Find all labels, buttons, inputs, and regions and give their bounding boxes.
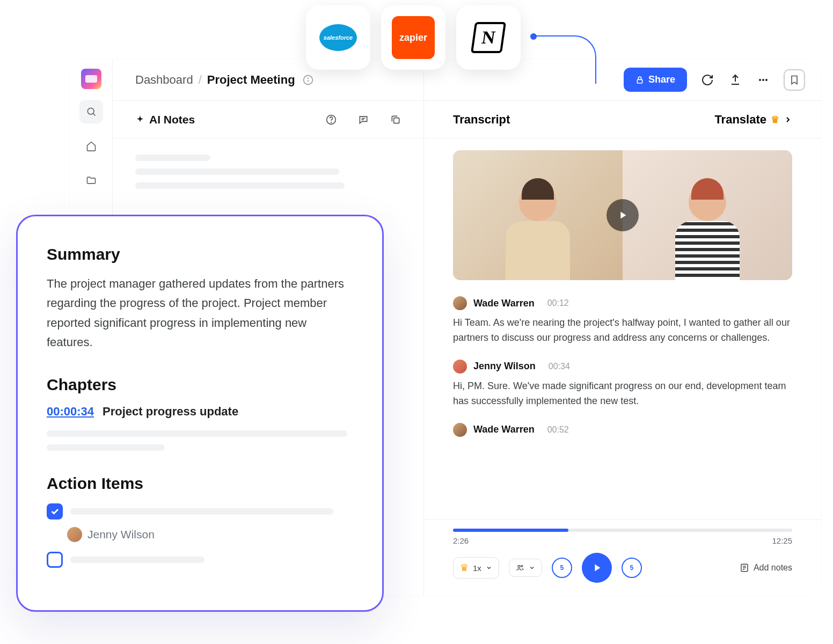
connector-dot: [530, 33, 537, 40]
share-button[interactable]: Share: [624, 68, 687, 92]
transcript-text: Hi, PM. Sure. We've made significant pro…: [453, 379, 792, 409]
crown-icon: ♛: [771, 114, 779, 126]
speaker-name: Wade Warren: [473, 298, 535, 309]
transcript-header: Transcript Translate ♛: [424, 101, 821, 138]
skip-forward-button[interactable]: 5: [622, 558, 642, 578]
avatar: [67, 527, 82, 542]
notes-tabs: AI Notes: [113, 101, 423, 138]
chapters-title: Chapters: [47, 376, 353, 394]
bookmark-button[interactable]: [784, 69, 805, 91]
info-icon[interactable]: [303, 75, 313, 85]
skeleton-line: [135, 182, 345, 189]
translate-button[interactable]: Translate ♛: [714, 113, 792, 127]
folder-icon: [86, 175, 97, 186]
assignee-name: Jenny Wilson: [87, 528, 155, 541]
svg-point-6: [331, 122, 332, 122]
chapter-timestamp[interactable]: 00:00:34: [47, 405, 94, 419]
help-icon[interactable]: [326, 114, 337, 125]
chapter-item[interactable]: 00:00:34 Project progress update: [47, 405, 353, 419]
action-item[interactable]: [47, 503, 353, 519]
skeleton-line: [47, 430, 347, 437]
play-button[interactable]: [582, 553, 612, 583]
sparkle-icon: [135, 115, 145, 125]
transcript-entry[interactable]: Jenny Wilson 00:34 Hi, PM. Sure. We've m…: [453, 360, 792, 409]
export-button[interactable]: [728, 72, 743, 87]
app-logo[interactable]: [81, 69, 101, 89]
video-play-button[interactable]: [607, 199, 639, 231]
avatar: [453, 360, 467, 374]
sidebar-home[interactable]: [79, 134, 103, 158]
more-button[interactable]: [756, 72, 771, 87]
svg-point-12: [762, 79, 764, 81]
note-icon: [740, 563, 749, 573]
checkbox-unchecked[interactable]: [47, 552, 63, 568]
video-participant-2: [623, 150, 792, 280]
timestamp[interactable]: 00:52: [547, 425, 569, 435]
speed-selector[interactable]: ♛ 1x: [453, 557, 499, 579]
video-preview[interactable]: [453, 150, 792, 280]
breadcrumb-sep: /: [199, 73, 202, 87]
speaker-name: Jenny Wilson: [473, 361, 536, 372]
connector-line: [535, 35, 596, 84]
skeleton-line: [135, 169, 339, 175]
summary-body: The project manager gathered updates fro…: [47, 274, 353, 352]
notion-icon: N: [471, 22, 506, 53]
checkbox-checked[interactable]: [47, 503, 63, 519]
progress-fill: [453, 529, 568, 532]
sidebar-folder[interactable]: [79, 169, 103, 192]
transcript-text: Hi Team. As we're nearing the project's …: [453, 316, 792, 346]
integration-badges: salesforce zapier N: [306, 5, 521, 70]
integration-notion: N: [456, 5, 521, 70]
chapter-label: Project progress update: [103, 405, 238, 419]
player-bar: 2:26 12:25 ♛ 1x 5 5: [424, 519, 821, 596]
speaker-name: Wade Warren: [473, 424, 535, 435]
svg-point-15: [521, 565, 523, 567]
action-items-title: Action Items: [47, 474, 353, 493]
breadcrumb-root[interactable]: Dashboard: [135, 73, 193, 87]
copy-icon[interactable]: [390, 114, 401, 125]
chevron-down-icon: [486, 565, 492, 571]
time-total: 12:25: [772, 536, 792, 545]
integration-salesforce: salesforce: [306, 5, 370, 70]
action-assignee[interactable]: Jenny Wilson: [67, 527, 353, 542]
chevron-down-icon: [529, 565, 535, 571]
add-notes-button[interactable]: Add notes: [740, 563, 792, 573]
skip-back-button[interactable]: 5: [552, 558, 572, 578]
timestamp[interactable]: 00:34: [549, 362, 570, 371]
lock-icon: [635, 76, 644, 84]
timestamp[interactable]: 00:12: [547, 298, 569, 308]
avatar: [453, 296, 467, 310]
sidebar-search[interactable]: [79, 100, 103, 123]
transcript-column: Share Transcript Translate ♛: [424, 59, 821, 596]
svg-point-14: [518, 565, 520, 567]
transcript-entry[interactable]: Wade Warren 00:12 Hi Team. As we're near…: [453, 296, 792, 346]
video-participant-1: [453, 150, 623, 280]
transcript-body: Wade Warren 00:12 Hi Team. As we're near…: [424, 138, 821, 463]
svg-rect-10: [637, 79, 642, 83]
avatar: [453, 423, 467, 437]
chevron-right-icon: [784, 115, 792, 124]
refresh-button[interactable]: [700, 72, 715, 87]
svg-point-11: [759, 79, 761, 81]
transcript-entry[interactable]: Wade Warren 00:52: [453, 423, 792, 437]
home-icon: [86, 141, 97, 151]
notes-body: [113, 138, 423, 213]
crown-icon: ♛: [460, 562, 469, 574]
play-icon: [617, 209, 629, 221]
summary-card: Summary The project manager gathered upd…: [16, 215, 384, 612]
integration-zapier: zapier: [381, 5, 445, 70]
skeleton-line: [47, 444, 165, 451]
tab-ai-notes[interactable]: AI Notes: [135, 113, 195, 126]
action-item[interactable]: [47, 552, 353, 568]
zapier-icon: zapier: [392, 16, 435, 59]
breadcrumb-current: Project Meeting: [207, 73, 295, 87]
speaker-selector[interactable]: [509, 559, 542, 577]
skeleton-line: [135, 155, 210, 161]
svg-point-4: [308, 78, 308, 78]
salesforce-icon: salesforce: [319, 24, 357, 51]
summary-title: Summary: [47, 245, 353, 264]
tab-transcript[interactable]: Transcript: [453, 113, 510, 127]
play-icon: [591, 562, 603, 574]
progress-bar[interactable]: [453, 529, 792, 532]
chat-icon[interactable]: [358, 114, 369, 125]
